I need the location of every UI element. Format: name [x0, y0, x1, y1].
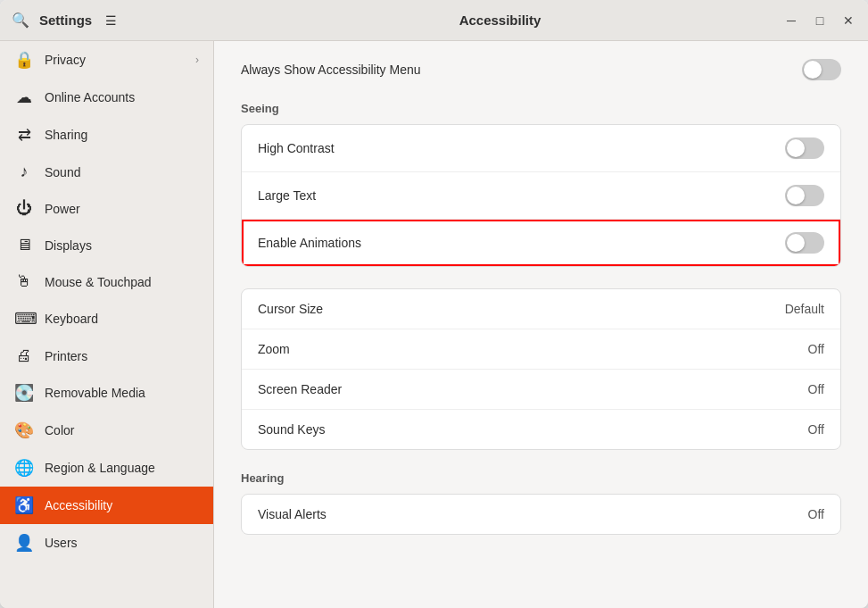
sidebar-item-displays[interactable]: 🖥Displays	[0, 227, 213, 263]
color-icon: 🎨	[14, 421, 34, 440]
close-button[interactable]: ✕	[836, 8, 861, 33]
sound-keys-value: Off	[808, 422, 824, 437]
seeing-values-card: Cursor SizeDefaultZoomOffScreen ReaderOf…	[241, 288, 841, 450]
titlebar: 🔍 Settings ☰ Accessibility ─ □ ✕	[0, 0, 868, 41]
sidebar-item-users[interactable]: 👤Users	[0, 524, 213, 562]
sidebar-item-label-displays: Displays	[45, 238, 92, 253]
high-contrast-label: High Contrast	[258, 141, 335, 155]
mouse-touchpad-icon: 🖱	[14, 272, 34, 291]
sidebar-item-sharing[interactable]: ⇄Sharing	[0, 116, 213, 154]
sidebar-item-label-region-language: Region & Language	[45, 461, 155, 475]
row-large-text: Large Text	[242, 172, 840, 220]
main-area: 🔒Privacy›☁Online Accounts⇄Sharing♪Sound⏻…	[0, 41, 868, 608]
sidebar-item-color[interactable]: 🎨Color	[0, 412, 213, 449]
settings-window: 🔍 Settings ☰ Accessibility ─ □ ✕ 🔒Privac…	[0, 0, 868, 608]
window-controls: ─ □ ✕	[779, 8, 861, 33]
seeing-section-title: Seeing	[241, 102, 841, 115]
row-high-contrast: High Contrast	[242, 125, 840, 172]
cursor-size-value: Default	[785, 302, 824, 316]
always-show-menu-row: Always Show Accessibility Menu	[241, 59, 841, 80]
settings-label: Settings	[39, 12, 92, 28]
close-icon: ✕	[843, 13, 854, 28]
sidebar-item-label-accessibility: Accessibility	[45, 498, 112, 512]
maximize-button[interactable]: □	[807, 8, 832, 33]
always-show-menu-label: Always Show Accessibility Menu	[241, 62, 421, 77]
titlebar-left: 🔍 Settings ☰	[7, 7, 221, 34]
sidebar-item-label-online-accounts: Online Accounts	[45, 90, 135, 104]
sidebar-item-label-power: Power	[45, 202, 80, 216]
sidebar-item-accessibility[interactable]: ♿Accessibility	[0, 487, 213, 524]
sidebar-item-label-removable-media: Removable Media	[45, 386, 145, 400]
row-visual-alerts[interactable]: Visual AlertsOff	[242, 495, 840, 534]
large-text-toggle[interactable]	[785, 185, 824, 206]
sidebar-item-removable-media[interactable]: 💽Removable Media	[0, 374, 213, 412]
chevron-icon: ›	[195, 54, 199, 66]
high-contrast-toggle[interactable]	[785, 137, 824, 159]
sidebar-item-power[interactable]: ⏻Power	[0, 190, 213, 227]
sidebar-item-region-language[interactable]: 🌐Region & Language	[0, 449, 213, 487]
online-accounts-icon: ☁	[14, 87, 34, 107]
sidebar-item-online-accounts[interactable]: ☁Online Accounts	[0, 79, 213, 116]
displays-icon: 🖥	[14, 236, 34, 254]
sound-icon: ♪	[14, 162, 34, 181]
row-zoom[interactable]: ZoomOff	[242, 329, 840, 370]
visual-alerts-label: Visual Alerts	[258, 507, 327, 521]
sound-keys-label: Sound Keys	[258, 422, 326, 437]
region-language-icon: 🌐	[14, 458, 34, 478]
seeing-toggles-card: High ContrastLarge TextEnable Animations	[241, 124, 841, 267]
minimize-button[interactable]: ─	[779, 8, 804, 33]
search-button[interactable]: 🔍	[7, 7, 34, 34]
sidebar-item-privacy[interactable]: 🔒Privacy›	[0, 41, 213, 79]
sidebar-item-label-keyboard: Keyboard	[45, 312, 98, 326]
accessibility-icon: ♿	[14, 496, 34, 515]
sidebar-item-printers[interactable]: 🖨Printers	[0, 337, 213, 374]
hearing-section-title: Hearing	[241, 471, 841, 485]
content-area: Always Show Accessibility Menu Seeing Hi…	[214, 41, 868, 608]
hearing-card: Visual AlertsOff	[241, 494, 841, 535]
menu-icon: ☰	[105, 13, 117, 28]
keyboard-icon: ⌨	[14, 309, 34, 329]
sidebar-item-label-privacy: Privacy	[45, 53, 86, 67]
sidebar: 🔒Privacy›☁Online Accounts⇄Sharing♪Sound⏻…	[0, 41, 214, 608]
zoom-label: Zoom	[258, 342, 290, 356]
enable-animations-label: Enable Animations	[258, 236, 361, 250]
row-enable-animations: Enable Animations	[242, 220, 840, 266]
row-cursor-size[interactable]: Cursor SizeDefault	[242, 289, 840, 329]
sidebar-item-label-mouse-touchpad: Mouse & Touchpad	[45, 275, 152, 289]
minimize-icon: ─	[787, 13, 796, 28]
screen-reader-value: Off	[808, 382, 824, 396]
sidebar-item-mouse-touchpad[interactable]: 🖱Mouse & Touchpad	[0, 263, 213, 300]
sidebar-item-label-color: Color	[45, 423, 74, 437]
sidebar-item-keyboard[interactable]: ⌨Keyboard	[0, 300, 213, 337]
cursor-size-label: Cursor Size	[258, 302, 323, 316]
large-text-label: Large Text	[258, 188, 316, 203]
printers-icon: 🖨	[14, 346, 34, 365]
zoom-value: Off	[808, 342, 824, 356]
row-screen-reader[interactable]: Screen ReaderOff	[242, 370, 840, 410]
always-show-menu-toggle[interactable]	[802, 59, 841, 80]
privacy-icon: 🔒	[14, 50, 34, 70]
screen-reader-label: Screen Reader	[258, 382, 342, 396]
window-title: Accessibility	[221, 12, 779, 28]
power-icon: ⏻	[14, 199, 34, 218]
removable-media-icon: 💽	[14, 383, 34, 403]
sidebar-item-sound[interactable]: ♪Sound	[0, 154, 213, 190]
menu-button[interactable]: ☰	[97, 7, 124, 34]
visual-alerts-value: Off	[808, 507, 824, 521]
sharing-icon: ⇄	[14, 125, 34, 145]
sidebar-item-label-sharing: Sharing	[45, 128, 87, 142]
enable-animations-toggle[interactable]	[785, 232, 824, 254]
users-icon: 👤	[14, 533, 34, 553]
sidebar-item-label-users: Users	[45, 536, 78, 550]
sidebar-item-label-sound: Sound	[45, 165, 80, 179]
maximize-icon: □	[816, 13, 823, 28]
sidebar-item-label-printers: Printers	[45, 349, 87, 363]
search-icon: 🔍	[12, 12, 29, 29]
row-sound-keys[interactable]: Sound KeysOff	[242, 410, 840, 449]
